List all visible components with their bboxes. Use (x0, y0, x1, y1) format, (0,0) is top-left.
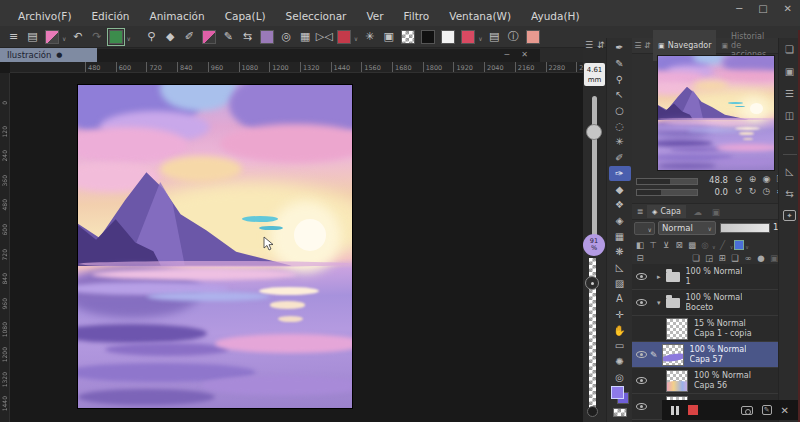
minimize-button[interactable]: ─ (736, 2, 742, 16)
reset-rotation-icon[interactable]: ◷ (760, 186, 773, 196)
decoration-tool[interactable]: ❋ (609, 244, 631, 260)
workspace-icon[interactable]: ▤ (24, 29, 41, 45)
layer-thumbnail[interactable] (666, 370, 688, 392)
clip-to-layer-icon[interactable]: ◧ (634, 240, 646, 250)
pause-button[interactable] (671, 406, 679, 415)
frame-border-tool[interactable]: ▭ (609, 338, 631, 354)
foreground-color-swatch[interactable] (611, 386, 624, 399)
white-swatch[interactable] (441, 30, 455, 44)
layer-thumbnail[interactable] (666, 318, 688, 340)
red-material-swatch[interactable] (337, 30, 351, 44)
text-tool[interactable]: A (609, 291, 631, 307)
collapsed-tool-property-panel-icon[interactable]: ⇆ (785, 188, 793, 199)
collapsed-subview-panel-icon[interactable]: ▣ (785, 66, 794, 77)
visibility-eye-icon[interactable] (636, 377, 647, 384)
brush-size-slider[interactable] (592, 96, 597, 246)
menu-item-archivo[interactable]: Archivo(F) (8, 7, 81, 25)
undo-icon[interactable]: ↶ (69, 29, 86, 45)
layer-row[interactable]: ▾100 % NormalBoceto (632, 290, 800, 316)
airbrush-tool[interactable]: ✑ (609, 166, 631, 182)
brush-size-slider-knob[interactable] (586, 124, 602, 140)
pen-settings-icon[interactable]: ✎ (220, 29, 237, 45)
visibility-eye-icon[interactable] (636, 273, 647, 280)
dropdown-arrow-icon[interactable]: ∨ (354, 35, 358, 42)
pencil-tool[interactable]: ✎ (609, 56, 631, 72)
salmon-swatch[interactable] (526, 30, 540, 44)
menu-item-edición[interactable]: Edición (81, 7, 139, 25)
lock-layer-icon[interactable]: ⊠ (673, 240, 685, 250)
menu-item-capa[interactable]: Capa(L) (215, 7, 276, 25)
correction-sliders-icon[interactable]: ⇆ (239, 29, 256, 45)
canvas-area[interactable]: 4806007208409601080120013201440156016801… (0, 62, 583, 422)
lock-transparent-icon[interactable]: ▩ (686, 240, 698, 250)
navigator-zoom-bar[interactable] (636, 178, 698, 185)
accent-swatch[interactable] (461, 30, 475, 44)
move-tool[interactable]: ✛ (609, 307, 631, 323)
blend-mode-combo[interactable]: Normal (658, 221, 716, 235)
stop-button[interactable] (688, 405, 698, 415)
navigator-panel-menu-icon[interactable]: ☰ (634, 41, 642, 50)
transparent-swatch[interactable] (401, 30, 415, 44)
edit-button[interactable]: ✎ (762, 405, 772, 415)
zoom-tool[interactable]: ⚲ (609, 71, 631, 87)
close-button[interactable]: ✕ (784, 2, 792, 16)
fill-tool[interactable]: ◈ (609, 213, 631, 229)
pen-tool[interactable]: ✒ (609, 40, 631, 56)
artwork-canvas[interactable] (78, 85, 352, 408)
rotate-right-icon[interactable]: ↻ (746, 186, 759, 196)
transparent-color-swatch[interactable] (609, 405, 631, 421)
tonal-correction-icon[interactable]: ◎ (699, 240, 711, 250)
clipboard-icon[interactable]: ▤ (486, 29, 503, 45)
collapsed-navigator-panel-icon[interactable]: ❏ (785, 44, 794, 55)
document-tab[interactable]: Ilustración ● (0, 48, 97, 62)
blend-tool[interactable]: ❖ (609, 197, 631, 213)
layer-panel-menu-icon[interactable]: ≣ (635, 207, 645, 216)
pattern-swatch[interactable] (260, 30, 274, 44)
opacity-slider-knob[interactable] (585, 276, 599, 290)
ruler-tool[interactable]: ◺ (609, 260, 631, 276)
collapsed-subtool-panel-icon[interactable]: ◺ (786, 166, 794, 177)
layer-row[interactable]: 15 % NormalCapa 1 - copia (632, 316, 800, 342)
collapsed-material-panel-icon[interactable]: ✦ (783, 210, 796, 221)
collapsed-layer-property-panel-icon[interactable]: ◫ (785, 110, 794, 121)
black-swatch[interactable] (421, 30, 435, 44)
menu-item-ayuda[interactable]: Ayuda(H) (521, 7, 590, 25)
gradient-tool[interactable]: ▨ (609, 275, 631, 291)
lasso-tool[interactable]: ◌ (609, 118, 631, 134)
info-icon[interactable]: ⓘ (505, 29, 522, 45)
folder-expand-icon[interactable]: ▸ (657, 273, 661, 281)
menu-item-seleccionar[interactable]: Seleccionar (276, 7, 357, 25)
floating-minimize-button[interactable]: ─ (504, 49, 509, 61)
layer-row[interactable]: ✎100 % NormalCapa 57 (632, 342, 800, 368)
transfer-layer-icon[interactable]: ❑ (729, 253, 741, 263)
layer-thumbnail[interactable] (662, 344, 684, 366)
new-folder-icon[interactable]: ⊞ (716, 253, 728, 263)
collapsed-layer-panel-icon[interactable]: ☰ (785, 88, 794, 99)
layer-row[interactable]: 100 % NormalCapa 56 (632, 368, 800, 394)
visibility-eye-icon[interactable] (636, 403, 647, 410)
hand-tool[interactable]: ✋ (609, 322, 631, 338)
ruler-range-icon[interactable]: ╱ (717, 240, 729, 250)
object-picker-tool[interactable]: ◎ (609, 369, 631, 385)
zoom-icon[interactable]: ⚲ (143, 29, 160, 45)
slider-settings-icon[interactable]: ⇵ (597, 40, 605, 50)
dropdown-arrow-icon[interactable]: ∨ (62, 35, 66, 42)
collapsed-item-bank-panel-icon[interactable]: ▭ (785, 132, 794, 143)
zoom-in-icon[interactable]: ⊕ (746, 174, 759, 184)
circle-icon[interactable]: ◎ (278, 29, 295, 45)
cloud-tab-icon[interactable]: ☁ (692, 207, 704, 217)
layer-filter-combo[interactable] (634, 222, 655, 235)
card-tab-icon[interactable]: ▣ (710, 207, 722, 217)
flip-icon[interactable]: ▷◁ (316, 29, 333, 45)
grid-icon[interactable]: ▦ (297, 29, 314, 45)
eyedropper-icon[interactable]: ✐ (181, 29, 198, 45)
selection-tool[interactable]: ○ (609, 103, 631, 119)
eraser-icon[interactable]: ◆ (162, 29, 179, 45)
brush-swatch[interactable] (202, 30, 216, 44)
tool-preset-swatch[interactable] (45, 30, 59, 44)
redo-icon[interactable]: ↷ (88, 29, 105, 45)
transfer-down-icon[interactable]: ⊤ (647, 240, 659, 250)
maximize-button[interactable]: □ (758, 2, 767, 16)
combine-layer-icon[interactable]: ∞ (742, 253, 754, 263)
menu-item-ver[interactable]: Ver (356, 7, 393, 25)
